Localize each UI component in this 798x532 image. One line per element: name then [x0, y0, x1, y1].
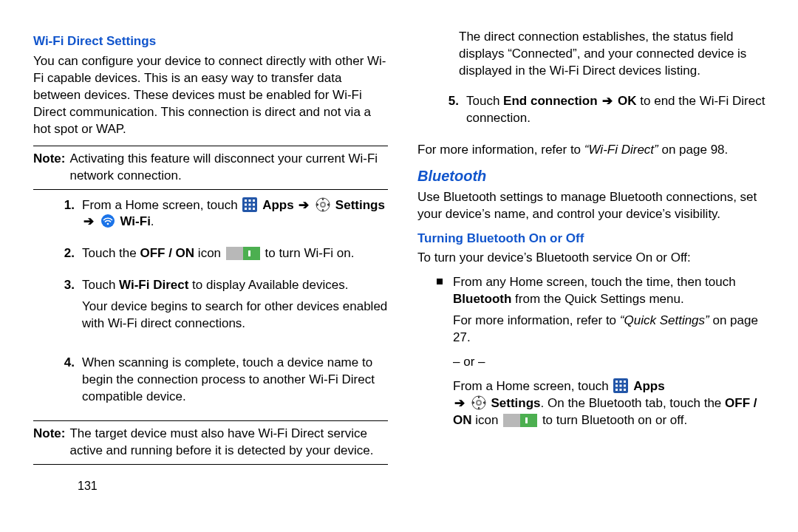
svg-rect-35: [624, 389, 626, 391]
svg-rect-33: [615, 389, 618, 391]
svg-rect-3: [253, 200, 255, 202]
svg-rect-7: [245, 208, 247, 210]
note-label: Note:: [33, 151, 69, 185]
arrow-icon: ➔: [453, 395, 466, 412]
svg-rect-29: [624, 381, 626, 383]
svg-point-22: [106, 223, 109, 225]
svg-rect-9: [253, 208, 255, 210]
svg-rect-28: [620, 381, 622, 383]
arrow-icon: ➔: [82, 214, 95, 231]
svg-rect-30: [615, 385, 618, 387]
svg-rect-40: [478, 407, 480, 409]
toggle-on-icon: [503, 414, 537, 427]
bluetooth-intro: Use Bluetooth settings to manage Bluetoo…: [417, 189, 772, 223]
step-5: 5. Touch End connection ➔ OK to end the …: [417, 93, 772, 127]
settings-icon: [316, 197, 330, 212]
quick-settings-reference: For more information, refer to “Quick Se…: [453, 313, 772, 347]
left-column: Wi-Fi Direct Settings You can configure …: [33, 26, 388, 494]
svg-rect-32: [624, 385, 626, 387]
svg-rect-48: [520, 414, 537, 427]
svg-rect-25: [248, 250, 250, 256]
heading-bluetooth-onoff: Turning Bluetooth On or Off: [417, 231, 772, 248]
step-1: 1. From a Home screen, touch Apps ➔: [33, 197, 388, 231]
arrow-icon: ➔: [601, 93, 614, 110]
svg-rect-5: [249, 203, 251, 205]
note-1: Note: Activating this feature will disco…: [33, 146, 388, 190]
arrow-icon: ➔: [297, 197, 310, 214]
alt-path: From a Home screen, touch Apps ➔: [453, 378, 772, 429]
svg-rect-6: [253, 203, 255, 205]
heading-bluetooth: Bluetooth: [417, 166, 772, 186]
svg-rect-8: [249, 208, 251, 210]
svg-rect-14: [322, 209, 324, 211]
svg-point-12: [321, 203, 324, 206]
list-item: From any Home screen, touch the time, th…: [417, 274, 772, 437]
wifi-direct-steps: 1. From a Home screen, touch Apps ➔: [33, 197, 388, 406]
step-3-detail: Your device begins to search for other d…: [82, 299, 388, 332]
apps-icon: [613, 378, 628, 393]
step-2: 2. Touch the OFF / ON icon to turn Wi-Fi…: [33, 245, 388, 262]
wifi-direct-steps-cont: 5. Touch End connection ➔ OK to end the …: [417, 93, 772, 127]
page-number: 131: [78, 478, 388, 494]
svg-rect-39: [478, 396, 480, 398]
wifi-icon: [100, 214, 115, 228]
wifi-direct-reference: For more information, refer to “Wi-Fi Di…: [417, 142, 772, 159]
settings-icon: [471, 395, 486, 410]
step-4-continuation: The direct connection establishes, the s…: [459, 29, 772, 80]
bluetooth-onoff-intro: To turn your device’s Bluetooth service …: [417, 250, 772, 267]
svg-rect-31: [620, 385, 622, 387]
heading-wifi-direct: Wi-Fi Direct Settings: [33, 33, 388, 50]
step-3: 3. Touch Wi-Fi Direct to display Availab…: [33, 277, 388, 340]
right-column: The direct connection establishes, the s…: [417, 26, 772, 494]
or-separator: – or –: [453, 354, 772, 371]
note-2: Note: The target device must also have W…: [33, 420, 388, 465]
note-text: Activating this feature will disconnect …: [69, 151, 388, 185]
svg-rect-13: [322, 198, 324, 200]
svg-rect-24: [243, 247, 260, 260]
manual-page: Wi-Fi Direct Settings You can configure …: [0, 0, 798, 494]
note-label: Note:: [33, 426, 69, 460]
square-bullet-icon: [437, 279, 443, 284]
svg-rect-4: [245, 203, 247, 205]
svg-rect-34: [620, 389, 622, 391]
wifi-direct-intro: You can configure your device to connect…: [33, 53, 388, 138]
svg-rect-27: [615, 381, 618, 383]
svg-rect-1: [245, 200, 247, 202]
svg-rect-2: [249, 200, 251, 202]
toggle-on-icon: [226, 247, 260, 260]
bluetooth-onoff-list: From any Home screen, touch the time, th…: [417, 274, 772, 437]
apps-icon: [242, 197, 257, 212]
svg-point-38: [477, 401, 480, 404]
svg-rect-49: [525, 417, 528, 423]
step-4: 4. When scanning is complete, touch a de…: [33, 355, 388, 406]
note-text: The target device must also have Wi-Fi D…: [69, 426, 388, 460]
